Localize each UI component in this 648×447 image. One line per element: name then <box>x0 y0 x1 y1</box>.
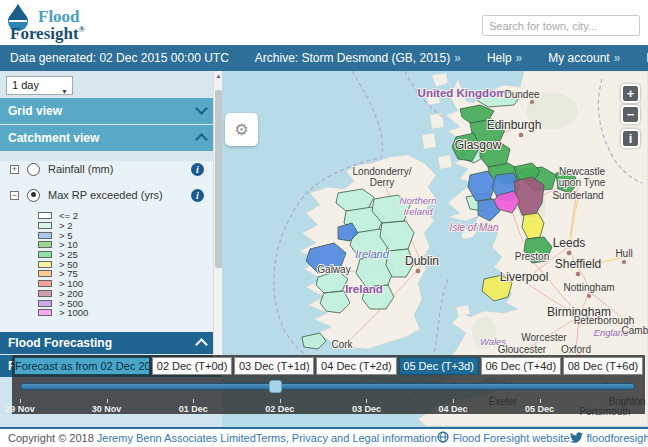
map-place-label: Cork <box>331 339 353 350</box>
catchment-view-panel: + Rainfall (mm) i − Max RP exceeded (yrs… <box>0 161 222 332</box>
section-catchment-view[interactable]: Catchment view <box>0 125 222 151</box>
tick-mark <box>107 399 108 403</box>
legend-swatch <box>38 309 52 316</box>
legend-swatch <box>38 251 52 258</box>
duration-select[interactable]: 1 day ▼ <box>6 76 73 95</box>
help-link[interactable]: Help» <box>487 51 522 65</box>
map-place-label: Dundee <box>504 89 539 100</box>
legend-label: > 100 <box>59 279 83 288</box>
slider-track[interactable] <box>20 383 635 390</box>
legend-label: > 25 <box>59 250 78 259</box>
tick-label: 05 Dec <box>525 404 554 414</box>
legend-item: > 1000 <box>38 308 222 318</box>
legend-label: > 5 <box>59 231 72 240</box>
map-place-label: Gloucester <box>498 344 547 355</box>
scrollbar-thumb[interactable] <box>215 90 222 268</box>
duration-value: 1 day <box>12 79 39 91</box>
legend-label: > 200 <box>59 289 83 298</box>
main-content: United KingdomDundeeEdinburghGlasgowNewc… <box>0 71 648 427</box>
expand-icon[interactable]: + <box>10 165 19 174</box>
map-place-label: Worcester <box>521 332 567 343</box>
zoom-out-button[interactable]: − <box>621 105 640 124</box>
legend-label: > 50 <box>59 260 78 269</box>
info-icon[interactable]: i <box>191 189 204 202</box>
map-place-label: Cambridge <box>622 325 648 336</box>
legend-label: > 10 <box>59 240 78 249</box>
timestep-button[interactable]: 08 Dec (T+6d) <box>563 357 643 375</box>
zoom-in-button[interactable]: + <box>621 84 640 103</box>
twitter-icon <box>570 431 583 446</box>
terms-link[interactable]: Terms, Privacy and Legal information <box>256 432 437 444</box>
legend-swatch <box>38 270 52 277</box>
max-rp-radio[interactable] <box>27 189 40 202</box>
timeline-overlay: Forecast as from 02 Dec 201502 Dec (T+0d… <box>12 355 645 414</box>
tick-label: 02 Dec <box>265 404 294 414</box>
map-place-label: Preston <box>515 251 549 262</box>
layer-label: Rainfall (mm) <box>48 163 113 175</box>
section-grid-view[interactable]: Grid view <box>0 98 222 124</box>
flood-foresight-app: Flood Foresight® Data generated: 02 Dec … <box>0 0 648 447</box>
footer: Copyright © 2018 Jeremy Benn Associates … <box>0 427 648 447</box>
map-place-label: Oxford <box>561 344 591 355</box>
map-place-label: Galway <box>317 264 350 275</box>
map-info-button[interactable]: i <box>621 129 640 148</box>
timestep-button[interactable]: 03 Dec (T+1d) <box>234 357 314 375</box>
map-place-label: Glasgow <box>455 138 502 152</box>
info-icon[interactable]: i <box>191 163 204 176</box>
map-place-label: Isle of Man <box>450 222 499 233</box>
legend-swatch <box>38 300 52 307</box>
map-place-label: United Kingdom <box>418 87 507 99</box>
chevron-up-icon <box>195 133 208 146</box>
legend-swatch <box>38 290 52 297</box>
timestep-button[interactable]: 05 Dec (T+3d) <box>399 357 479 375</box>
chevron-right-icon: » <box>454 51 461 65</box>
legend-item: > 200 <box>38 289 222 299</box>
logo-text-foresight: Foresight® <box>10 24 85 44</box>
tick-mark <box>193 399 194 403</box>
timeline-slider: 29 Nov30 Nov01 Dec02 Dec03 Dec04 Dec05 D… <box>14 375 643 411</box>
chevron-up-icon <box>195 338 208 351</box>
legend-swatch <box>38 261 52 268</box>
registered-mark: ® <box>79 25 85 34</box>
sidebar: 1 day ▼ Grid view Catchment view + Rainf… <box>0 71 222 362</box>
legend-swatch <box>38 241 52 248</box>
twitter-link[interactable]: floodforesight <box>587 432 648 444</box>
legend-label: > 1000 <box>59 308 88 317</box>
logo: Flood Foresight® <box>6 3 126 43</box>
layer-label: Max RP exceeded (yrs) <box>48 189 163 201</box>
tick-mark <box>453 399 454 403</box>
chevron-right-icon: » <box>516 51 523 65</box>
map-settings-panel[interactable]: ⚙ <box>225 113 258 146</box>
map-place-label: Sheffield <box>555 257 601 271</box>
map-place-label: Londonderry/ <box>353 166 412 177</box>
header: Flood Foresight® <box>0 0 648 45</box>
slider-handle[interactable] <box>269 380 282 393</box>
website-link[interactable]: Flood Foresight website <box>453 432 570 444</box>
legend-swatch <box>38 232 52 239</box>
timestep-button[interactable]: 06 Dec (T+4d) <box>481 357 561 375</box>
legend: <= 2> 2> 5> 10> 25> 50> 75> 100> 200> 50… <box>38 211 222 318</box>
sidebar-scrollbar[interactable]: ▲ ▼ <box>213 71 222 362</box>
legend-swatch <box>38 280 52 287</box>
timestep-button[interactable]: 02 Dec (T+0d) <box>152 357 232 375</box>
map-place-label: upon Tyne <box>559 177 606 188</box>
layer-row-max-rp: − Max RP exceeded (yrs) i <box>0 187 222 203</box>
search-input[interactable] <box>482 15 640 36</box>
map-place-label: Ireland <box>345 283 383 295</box>
forecast-as-from-button[interactable]: Forecast as from 02 Dec 2015 <box>14 357 150 375</box>
legend-label: > 500 <box>59 299 83 308</box>
archive-link[interactable]: Archive: Storm Desmond (GB, 2015)» <box>255 51 461 65</box>
collapse-icon[interactable]: − <box>10 191 19 200</box>
rainfall-radio[interactable] <box>27 163 40 176</box>
scroll-up-arrow[interactable]: ▲ <box>214 73 223 79</box>
tick-label: 30 Nov <box>92 404 122 414</box>
chevron-down-icon <box>195 102 208 115</box>
section-flood-forecasting[interactable]: Flood Forecasting <box>0 332 222 354</box>
company-link[interactable]: Jeremy Benn Associates Limited <box>97 432 256 444</box>
map-place-label: Edinburgh <box>487 118 542 132</box>
map-place-label: Ireland <box>403 206 433 217</box>
data-generated-label: Data generated: 02 Dec 2015 00:00 UTC <box>10 51 229 65</box>
my-account-link[interactable]: My account» <box>548 51 620 65</box>
map-place-label: Liverpool <box>500 270 549 284</box>
timestep-button[interactable]: 04 Dec (T+2d) <box>316 357 396 375</box>
